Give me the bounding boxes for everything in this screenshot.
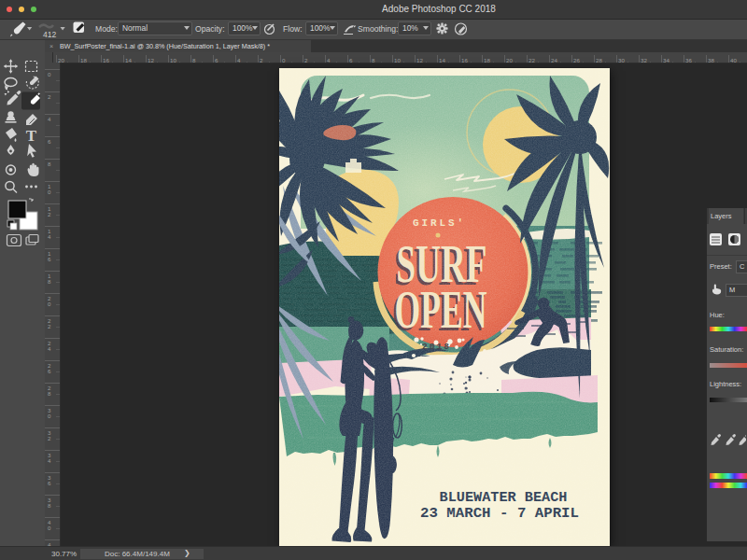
svg-text:4: 4 [237, 57, 241, 63]
svg-text:38: 38 [708, 57, 714, 63]
svg-text:10: 10 [170, 57, 176, 63]
svg-text:0: 0 [48, 525, 51, 531]
svg-text:6: 6 [48, 256, 51, 262]
svg-text:8: 8 [192, 57, 196, 63]
svg-text:8: 8 [48, 161, 51, 167]
svg-text:4: 4 [327, 57, 331, 63]
svg-text:16: 16 [461, 57, 468, 63]
svg-text:40: 40 [730, 57, 737, 63]
svg-text:4: 4 [48, 233, 51, 240]
svg-text:0: 0 [48, 71, 51, 77]
svg-text:0: 0 [48, 189, 51, 195]
svg-text:6: 6 [48, 480, 51, 486]
svg-text:4: 4 [48, 345, 51, 352]
svg-text:28: 28 [596, 57, 602, 63]
svg-text:16: 16 [103, 57, 109, 63]
svg-text:6: 6 [215, 57, 218, 63]
svg-text:32: 32 [641, 57, 647, 63]
svg-text:0: 0 [48, 301, 51, 307]
svg-text:34: 34 [663, 57, 669, 63]
svg-text:18: 18 [80, 57, 87, 63]
svg-text:2: 2 [48, 93, 51, 100]
svg-text:6: 6 [48, 368, 51, 374]
svg-text:0: 0 [282, 57, 286, 63]
svg-text:2: 2 [48, 211, 51, 217]
svg-text:26: 26 [573, 57, 580, 63]
svg-text:36: 36 [685, 57, 692, 63]
svg-text:2: 2 [48, 435, 51, 441]
svg-text:4: 4 [48, 457, 51, 464]
svg-text:20: 20 [506, 57, 513, 63]
svg-text:4: 4 [48, 116, 51, 122]
svg-text:24: 24 [551, 57, 557, 63]
svg-text:2: 2 [304, 57, 308, 63]
svg-text:12: 12 [148, 57, 154, 63]
svg-text:14: 14 [439, 57, 445, 63]
svg-text:T: T [26, 127, 37, 145]
svg-text:30: 30 [618, 57, 625, 63]
svg-text:8: 8 [48, 390, 51, 397]
svg-text:0: 0 [48, 413, 51, 419]
svg-text:2: 2 [260, 57, 263, 63]
svg-text:12: 12 [416, 57, 423, 63]
svg-text:22: 22 [529, 57, 535, 63]
svg-text:8: 8 [48, 502, 51, 509]
svg-text:8: 8 [48, 278, 51, 285]
svg-text:18: 18 [484, 57, 490, 63]
svg-text:2: 2 [48, 323, 51, 329]
svg-text:14: 14 [125, 57, 132, 63]
svg-text:6: 6 [48, 138, 51, 145]
svg-text:8: 8 [372, 57, 375, 63]
svg-text:10: 10 [394, 57, 401, 63]
svg-text:6: 6 [349, 57, 353, 63]
